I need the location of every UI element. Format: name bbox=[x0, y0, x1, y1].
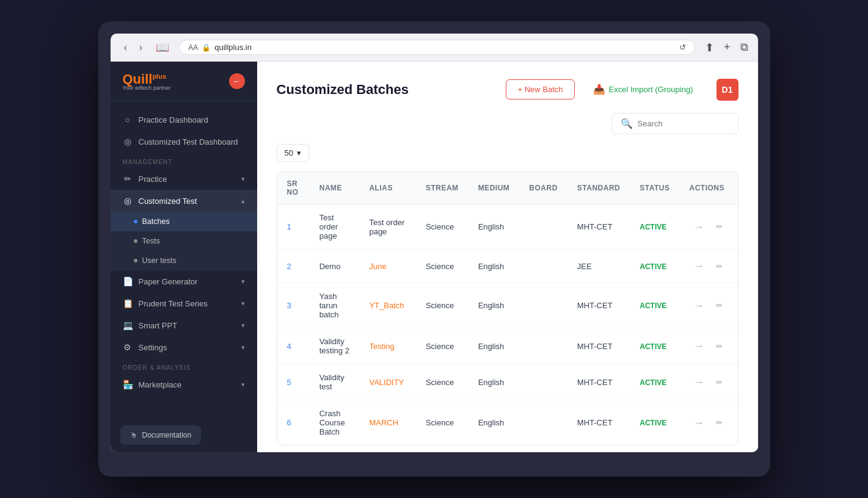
sidebar-toggle-button[interactable]: ← bbox=[229, 73, 245, 89]
sidebar-item-label: Smart PPT bbox=[139, 321, 235, 330]
excel-import-button[interactable]: 📥 Excel Import (Grouping) bbox=[582, 79, 704, 100]
cell-board bbox=[519, 204, 567, 250]
sidebar-item-paper-generator[interactable]: 📄 Paper Generator ▾ bbox=[111, 270, 257, 292]
cell-actions: → ✏ bbox=[679, 328, 737, 364]
paper-generator-icon: 📄 bbox=[123, 276, 133, 286]
col-actions: Actions bbox=[679, 172, 737, 204]
sidebar-subitem-label: Tests bbox=[142, 237, 160, 245]
cell-medium: English bbox=[469, 400, 520, 446]
per-page-select: 50 ▾ bbox=[277, 144, 739, 162]
cell-sr: 3 bbox=[277, 283, 310, 328]
order-analysis-label: ORDER & ANALYSIS bbox=[111, 358, 257, 374]
sidebar-item-label: Settings bbox=[139, 343, 235, 352]
action-edit-button[interactable]: ✏ bbox=[711, 259, 728, 273]
cell-medium: English bbox=[469, 364, 520, 400]
back-button[interactable]: ‹ bbox=[120, 41, 131, 54]
action-edit-button[interactable]: ✏ bbox=[711, 220, 728, 234]
sidebar-item-settings[interactable]: ⚙ Settings ▾ bbox=[111, 336, 257, 358]
cell-actions: → ✏ bbox=[679, 364, 737, 400]
cell-board bbox=[519, 400, 567, 446]
cell-medium: English bbox=[469, 328, 520, 364]
page-title: Customized Batches bbox=[277, 82, 409, 98]
sidebar-item-practice-dashboard[interactable]: ○ Practice Dashboard bbox=[111, 109, 257, 131]
cell-standard: MHT-CET bbox=[567, 364, 630, 400]
action-arrow-button[interactable]: → bbox=[689, 415, 709, 431]
user-avatar[interactable]: D1 bbox=[717, 79, 739, 101]
practice-dashboard-icon: ○ bbox=[123, 115, 133, 125]
logo-sub: Your edtech partner bbox=[123, 85, 171, 91]
app-container: Quillplus Your edtech partner ← ○ Practi… bbox=[111, 62, 758, 452]
cell-name: Crash Course Batch bbox=[310, 400, 360, 446]
excel-icon: 📥 bbox=[593, 84, 605, 95]
action-edit-button[interactable]: ✏ bbox=[711, 298, 728, 312]
reader-icon[interactable]: 📖 bbox=[156, 41, 169, 54]
cell-sr: 5 bbox=[277, 364, 310, 400]
sidebar-item-label: Customized Test Dashboard bbox=[139, 137, 245, 146]
new-tab-icon[interactable]: + bbox=[724, 41, 731, 54]
sidebar-nav: ○ Practice Dashboard ◎ Customized Test D… bbox=[111, 101, 257, 418]
sidebar-subitem-batches[interactable]: Batches bbox=[111, 212, 257, 231]
action-arrow-button[interactable]: → bbox=[689, 258, 709, 274]
logo-plus: plus bbox=[152, 73, 166, 80]
search-icon: 🔍 bbox=[621, 118, 633, 129]
doc-btn-label: Documentation bbox=[142, 431, 192, 439]
sidebar-subitem-user-tests[interactable]: User tests bbox=[111, 251, 257, 270]
lock-icon: 🔒 bbox=[202, 43, 211, 52]
batches-table: SR NO Name Alias Stream Medium Board Sta… bbox=[277, 172, 738, 445]
cell-medium: English bbox=[469, 250, 520, 283]
customized-test-icon: ◎ bbox=[123, 196, 133, 206]
sidebar-item-smart-ppt[interactable]: 💻 Smart PPT ▾ bbox=[111, 314, 257, 336]
new-batch-button[interactable]: + New Batch bbox=[506, 79, 574, 99]
cell-name: Validity testing 2 bbox=[310, 328, 360, 364]
cell-stream: Science bbox=[416, 250, 469, 283]
tabs-icon[interactable]: ⧉ bbox=[740, 41, 748, 54]
sidebar-item-marketplace[interactable]: 🏪 Marketplace ▾ bbox=[111, 374, 257, 395]
chevron-down-icon: ▾ bbox=[241, 344, 245, 352]
table-row: 3 Yash tarun batch YT_Batch Science Engl… bbox=[277, 283, 738, 328]
per-page-dropdown[interactable]: 50 ▾ bbox=[277, 144, 309, 162]
cell-name: Validity test bbox=[310, 364, 360, 400]
cell-board bbox=[519, 283, 567, 328]
refresh-icon[interactable]: ↺ bbox=[679, 43, 686, 52]
cell-alias: MARCH bbox=[359, 400, 416, 446]
cell-board bbox=[519, 328, 567, 364]
management-section-label: MANAGEMENT bbox=[111, 153, 257, 168]
table-header-row: SR NO Name Alias Stream Medium Board Sta… bbox=[277, 172, 738, 204]
action-arrow-button[interactable]: → bbox=[689, 298, 709, 314]
sidebar-item-customized-test-dashboard[interactable]: ◎ Customized Test Dashboard bbox=[111, 131, 257, 153]
action-arrow-button[interactable]: → bbox=[689, 374, 709, 390]
sidebar-item-customized-test[interactable]: ◎ Customized Test ▴ bbox=[111, 190, 257, 212]
cell-alias: YT_Batch bbox=[359, 283, 416, 328]
customized-test-dashboard-icon: ◎ bbox=[123, 137, 133, 146]
toolbar: 🔍 bbox=[277, 113, 739, 134]
sidebar-subitem-tests[interactable]: Tests bbox=[111, 231, 257, 251]
documentation-button[interactable]: 🖱 Documentation bbox=[120, 425, 202, 445]
cell-standard: MHT-CET bbox=[567, 204, 630, 250]
action-edit-button[interactable]: ✏ bbox=[711, 416, 728, 430]
col-standard: Standard bbox=[567, 172, 630, 204]
cell-board bbox=[519, 250, 567, 283]
cell-actions: → ✏ bbox=[679, 250, 737, 283]
search-input[interactable] bbox=[638, 119, 729, 128]
share-icon[interactable]: ⬆ bbox=[705, 41, 714, 54]
sidebar-item-label: Practice Dashboard bbox=[139, 115, 245, 125]
sidebar-item-practice[interactable]: ✏ Practice ▾ bbox=[111, 168, 257, 190]
cell-stream: Science bbox=[416, 204, 469, 250]
table-row: 1 Test order page Test order page Scienc… bbox=[277, 204, 738, 250]
action-edit-button[interactable]: ✏ bbox=[711, 339, 728, 353]
cell-status: ACTIVE bbox=[630, 283, 679, 328]
action-arrow-button[interactable]: → bbox=[689, 219, 709, 235]
cell-status: ACTIVE bbox=[630, 250, 679, 283]
action-arrow-button[interactable]: → bbox=[689, 338, 709, 354]
cell-stream: Science bbox=[416, 328, 469, 364]
table-row: 4 Validity testing 2 Testing Science Eng… bbox=[277, 328, 738, 364]
address-bar[interactable]: AA 🔒 quillplus.in ↺ bbox=[179, 40, 695, 55]
cell-actions: → ✏ bbox=[679, 204, 737, 250]
chevron-up-icon: ▴ bbox=[241, 197, 245, 205]
forward-button[interactable]: › bbox=[136, 41, 146, 54]
cell-stream: Science bbox=[416, 364, 469, 400]
page-header: Customized Batches + New Batch 📥 Excel I… bbox=[277, 79, 704, 100]
table-row: 6 Crash Course Batch MARCH Science Engli… bbox=[277, 400, 738, 446]
action-edit-button[interactable]: ✏ bbox=[711, 375, 728, 389]
sidebar-item-prudent-test-series[interactable]: 📋 Prudent Test Series ▾ bbox=[111, 292, 257, 314]
